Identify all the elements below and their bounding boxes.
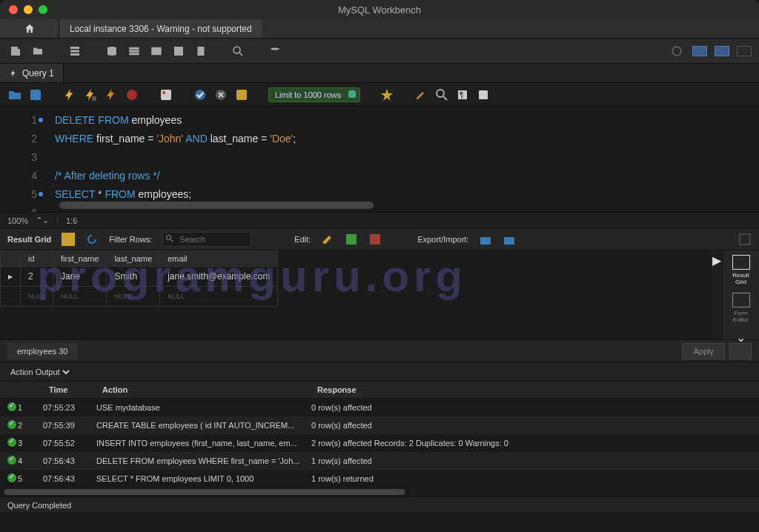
commit-icon[interactable] bbox=[193, 87, 208, 102]
favorite-icon[interactable] bbox=[380, 87, 394, 102]
export-import-label: Export/Import: bbox=[417, 235, 468, 244]
output-row[interactable]: 107:55:23USE mydatabase0 row(s) affected bbox=[0, 399, 759, 416]
rollback-icon[interactable] bbox=[213, 87, 228, 102]
zoom-level[interactable]: 100% bbox=[7, 216, 28, 225]
output-columns-header: Time Action Response bbox=[0, 381, 759, 399]
side-expand-icon[interactable]: ▶ bbox=[712, 253, 721, 267]
status-text: Query Completed bbox=[7, 501, 71, 510]
titlebar: MySQL Workbench bbox=[0, 0, 759, 19]
export-icon[interactable] bbox=[479, 233, 492, 246]
output-row[interactable]: 507:56:43SELECT * FROM employees LIMIT 0… bbox=[0, 470, 759, 488]
col-last_name[interactable]: last_name bbox=[107, 251, 160, 267]
edit-row-icon[interactable] bbox=[321, 233, 334, 246]
close-window-icon[interactable] bbox=[9, 5, 18, 14]
svg-point-3 bbox=[127, 90, 137, 100]
svg-point-14 bbox=[167, 236, 171, 240]
create-table-icon[interactable] bbox=[126, 43, 142, 59]
maximize-window-icon[interactable] bbox=[39, 5, 47, 14]
status-ok-icon bbox=[7, 473, 16, 482]
status-ok-icon bbox=[7, 438, 16, 447]
output-row[interactable]: 207:55:39CREATE TABLE employees ( id INT… bbox=[0, 416, 759, 434]
result-grid-view-icon[interactable] bbox=[62, 233, 75, 246]
new-sql-tab-icon[interactable] bbox=[7, 43, 24, 59]
create-function-icon[interactable] bbox=[193, 43, 209, 59]
limit-rows-select[interactable]: Limit to 1000 rows bbox=[268, 87, 360, 102]
svg-rect-2 bbox=[92, 96, 96, 101]
sql-editor[interactable]: 123456 DELETE FROM employeesWHERE first_… bbox=[0, 107, 759, 212]
toggle-sidebar-left[interactable] bbox=[692, 46, 707, 56]
find-icon[interactable] bbox=[434, 87, 449, 102]
output-row[interactable]: 307:55:52INSERT INTO employees (first_na… bbox=[0, 434, 759, 452]
svg-text:¶: ¶ bbox=[460, 91, 463, 99]
svg-point-1 bbox=[672, 47, 681, 56]
output-rows: 107:55:23USE mydatabase0 row(s) affected… bbox=[0, 399, 759, 488]
inspector-icon[interactable] bbox=[67, 43, 83, 59]
search-table-data-icon[interactable] bbox=[230, 43, 246, 59]
output-row[interactable]: 407:56:43DELETE FROM employees WHERE fir… bbox=[0, 452, 759, 470]
apply-button[interactable]: Apply bbox=[682, 343, 725, 359]
output-header: Action Output bbox=[0, 362, 759, 381]
svg-rect-12 bbox=[479, 90, 488, 99]
col-id[interactable]: id bbox=[21, 251, 53, 267]
invisible-chars-icon[interactable]: ¶ bbox=[455, 87, 470, 102]
zoom-stepper-icon[interactable]: ⌃⌄ bbox=[36, 216, 49, 225]
create-view-icon[interactable] bbox=[148, 43, 165, 59]
svg-point-6 bbox=[195, 90, 205, 100]
svg-rect-16 bbox=[370, 234, 380, 245]
output-type-select[interactable]: Action Output bbox=[7, 367, 72, 377]
editor-horizontal-scrollbar[interactable] bbox=[59, 202, 374, 209]
side-tab-result-grid[interactable]: Result Grid bbox=[726, 255, 756, 285]
edit-label: Edit: bbox=[294, 235, 311, 244]
result-grid[interactable]: programguru.org idfirst_namelast_nameema… bbox=[0, 250, 712, 339]
side-tab-form-editor[interactable]: Form Editor bbox=[726, 293, 756, 323]
svg-rect-8 bbox=[236, 90, 247, 100]
col-action: Action bbox=[96, 385, 311, 394]
reconnect-icon[interactable] bbox=[267, 43, 283, 59]
revert-button[interactable] bbox=[729, 343, 752, 359]
delete-row-icon[interactable] bbox=[368, 233, 382, 246]
result-tab[interactable]: employees 30 bbox=[7, 343, 78, 359]
filter-rows-input[interactable] bbox=[162, 232, 251, 247]
status-ok-icon bbox=[7, 456, 16, 465]
execute-icon[interactable] bbox=[62, 87, 77, 102]
minimize-window-icon[interactable] bbox=[24, 5, 33, 14]
wrap-cell-icon[interactable] bbox=[738, 233, 752, 246]
save-file-icon[interactable] bbox=[28, 87, 43, 102]
result-toolbar: Result Grid Filter Rows: Edit: Export/Im… bbox=[0, 228, 759, 250]
settings-icon[interactable] bbox=[669, 43, 685, 59]
svg-rect-19 bbox=[740, 234, 750, 245]
open-file-icon[interactable] bbox=[7, 87, 22, 102]
explain-icon[interactable] bbox=[104, 87, 119, 102]
svg-rect-18 bbox=[504, 237, 514, 245]
editor-gutter: 123456 bbox=[0, 107, 44, 212]
open-sql-file-icon[interactable] bbox=[30, 43, 46, 59]
svg-point-9 bbox=[437, 90, 444, 97]
toggle-whitespace-icon[interactable] bbox=[234, 87, 249, 102]
table-row[interactable]: ▸2JaneSmithjane.smith@example.com bbox=[1, 267, 278, 287]
grid-icon bbox=[732, 255, 750, 270]
editor-code[interactable]: DELETE FROM employeesWHERE first_name = … bbox=[44, 107, 759, 212]
col-first_name[interactable]: first_name bbox=[53, 251, 107, 267]
result-footer: employees 30 Apply bbox=[0, 339, 759, 362]
lightning-icon bbox=[9, 68, 18, 79]
toggle-autocommit-icon[interactable] bbox=[159, 87, 173, 102]
svg-point-5 bbox=[162, 91, 165, 94]
col-email[interactable]: email bbox=[160, 251, 278, 267]
output-horizontal-scrollbar[interactable] bbox=[0, 488, 759, 496]
create-procedure-icon[interactable] bbox=[170, 43, 187, 59]
import-icon[interactable] bbox=[503, 233, 516, 246]
toggle-sidebar-right[interactable] bbox=[737, 46, 752, 56]
refresh-icon[interactable] bbox=[85, 233, 99, 246]
query-tab[interactable]: Query 1 bbox=[0, 64, 64, 82]
cursor-position: 1:6 bbox=[66, 216, 77, 225]
execute-current-icon[interactable] bbox=[83, 87, 98, 102]
create-schema-icon[interactable] bbox=[104, 43, 120, 59]
stop-icon[interactable] bbox=[125, 87, 139, 102]
wrap-icon[interactable] bbox=[476, 87, 491, 102]
beautify-icon[interactable] bbox=[414, 87, 428, 102]
home-tab[interactable] bbox=[0, 19, 59, 38]
add-row-icon[interactable] bbox=[345, 233, 358, 246]
toggle-panel-bottom[interactable] bbox=[715, 46, 729, 56]
window-controls bbox=[0, 5, 47, 14]
connection-tab[interactable]: Local instance 3306 - Warning - not supp… bbox=[59, 19, 262, 38]
